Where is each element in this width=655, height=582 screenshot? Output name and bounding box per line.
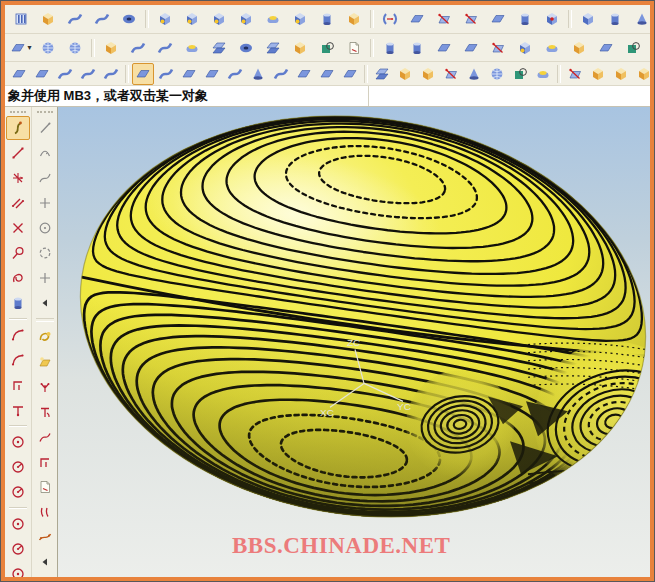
toolbar-drag-handle[interactable] bbox=[10, 111, 26, 113]
swept-icon[interactable] bbox=[179, 35, 205, 61]
text-curve-icon[interactable] bbox=[33, 350, 57, 374]
point-icon[interactable] bbox=[33, 191, 57, 215]
circle-center-icon[interactable] bbox=[33, 216, 57, 240]
match-edge-icon[interactable] bbox=[54, 63, 76, 85]
edit-sheet-icon[interactable] bbox=[341, 35, 367, 61]
pattern-feature-icon[interactable] bbox=[8, 6, 34, 32]
revolve-icon[interactable] bbox=[35, 6, 61, 32]
highlight-lines-icon[interactable] bbox=[155, 63, 177, 85]
draft-icon[interactable] bbox=[458, 6, 484, 32]
tangent-arc-icon[interactable] bbox=[6, 348, 30, 372]
collapse-left-icon[interactable] bbox=[33, 291, 57, 315]
grid-display-icon[interactable] bbox=[394, 63, 416, 85]
hole-icon[interactable] bbox=[152, 6, 178, 32]
split-body-icon[interactable] bbox=[404, 6, 430, 32]
distance-analysis-icon[interactable] bbox=[270, 63, 292, 85]
rapid-surface-icon[interactable] bbox=[31, 63, 53, 85]
slope-analysis-icon[interactable] bbox=[509, 63, 531, 85]
section-surface-icon[interactable] bbox=[206, 35, 232, 61]
collapse-left-icon-2[interactable] bbox=[33, 550, 57, 574]
radius-analysis-icon[interactable] bbox=[486, 63, 508, 85]
through-curves-icon[interactable] bbox=[125, 35, 151, 61]
area-analysis-icon[interactable] bbox=[532, 63, 554, 85]
snip-surface-icon[interactable] bbox=[100, 63, 122, 85]
smoothness-check-icon[interactable] bbox=[564, 63, 586, 85]
arc-point-icon[interactable] bbox=[33, 141, 57, 165]
toolbar-drag-handle[interactable] bbox=[37, 111, 53, 113]
full-circle-icon[interactable] bbox=[6, 562, 30, 581]
combine-curve-icon[interactable] bbox=[33, 450, 57, 474]
silhouette-flange-icon[interactable] bbox=[566, 35, 592, 61]
graphics-viewport[interactable]: ZC XC YC BBS.CHINADE.NET bbox=[58, 107, 650, 577]
circle-diameter-icon[interactable] bbox=[6, 480, 30, 504]
pocket-icon[interactable] bbox=[206, 6, 232, 32]
project-curve-icon[interactable] bbox=[33, 425, 57, 449]
ruled-surface-icon[interactable] bbox=[98, 35, 124, 61]
extract-geometry-icon[interactable]: ▾ bbox=[8, 35, 34, 61]
peak-point-icon[interactable] bbox=[463, 63, 485, 85]
sew-icon[interactable] bbox=[431, 35, 457, 61]
trim-curve-icon[interactable] bbox=[6, 398, 30, 422]
scale-body-icon[interactable] bbox=[539, 6, 565, 32]
shell-icon[interactable] bbox=[512, 6, 538, 32]
slot-icon[interactable] bbox=[287, 6, 313, 32]
offset-surface-icon[interactable] bbox=[377, 35, 403, 61]
surface-continuity-icon[interactable] bbox=[201, 63, 223, 85]
helix-icon[interactable] bbox=[33, 325, 57, 349]
n-sided-surface-icon[interactable] bbox=[233, 35, 259, 61]
studio-surface-icon[interactable] bbox=[260, 35, 286, 61]
groove-icon[interactable] bbox=[314, 6, 340, 32]
deviation-gauge-icon[interactable] bbox=[440, 63, 462, 85]
sketch-body-icon[interactable] bbox=[6, 291, 30, 315]
thicken-icon[interactable] bbox=[431, 6, 457, 32]
fitted-surface-icon[interactable] bbox=[8, 63, 30, 85]
variable-offset-icon[interactable] bbox=[404, 35, 430, 61]
sketch-point-icon[interactable] bbox=[6, 216, 30, 240]
surface-intersection-icon[interactable] bbox=[316, 63, 338, 85]
spline-icon[interactable] bbox=[33, 166, 57, 190]
drafting-sheet-icon[interactable] bbox=[33, 475, 57, 499]
section-analysis-icon[interactable] bbox=[371, 63, 393, 85]
profile-icon[interactable] bbox=[6, 116, 30, 140]
through-curve-mesh-icon[interactable] bbox=[152, 35, 178, 61]
trimmed-sheet-icon[interactable] bbox=[485, 35, 511, 61]
global-shaping-icon[interactable] bbox=[620, 35, 646, 61]
offset-sheet-icon[interactable] bbox=[593, 35, 619, 61]
offset-curve-icon[interactable] bbox=[33, 400, 57, 424]
circle-radius-line-icon[interactable] bbox=[6, 455, 30, 479]
concentric-circle-icon[interactable] bbox=[6, 512, 30, 536]
circle-dashed-icon[interactable] bbox=[33, 241, 57, 265]
curvature-graph-icon[interactable] bbox=[417, 63, 439, 85]
silhouette-curve-icon[interactable] bbox=[339, 63, 361, 85]
line-icon[interactable] bbox=[33, 116, 57, 140]
law-extension-icon[interactable] bbox=[539, 35, 565, 61]
boss-icon[interactable] bbox=[179, 6, 205, 32]
x-form-icon[interactable] bbox=[647, 35, 654, 61]
quick-trim-icon[interactable] bbox=[6, 166, 30, 190]
arc-icon[interactable] bbox=[6, 323, 30, 347]
emboss-icon[interactable] bbox=[260, 6, 286, 32]
circle-center-radius-icon[interactable] bbox=[6, 430, 30, 454]
cone-icon[interactable] bbox=[629, 6, 654, 32]
tube-icon[interactable] bbox=[116, 6, 142, 32]
face-curvature-icon[interactable] bbox=[178, 63, 200, 85]
local-radius-icon[interactable] bbox=[610, 63, 632, 85]
derived-circle-icon[interactable] bbox=[6, 537, 30, 561]
dropdown-arrow-icon[interactable]: ▾ bbox=[27, 44, 31, 52]
studio-spline-icon[interactable] bbox=[6, 266, 30, 290]
thread-icon[interactable] bbox=[341, 6, 367, 32]
reflect-stripe-icon[interactable] bbox=[293, 63, 315, 85]
gap-flushness-icon[interactable] bbox=[224, 63, 246, 85]
reflection-analysis-icon[interactable] bbox=[132, 63, 154, 85]
styled-sweep-icon[interactable] bbox=[89, 6, 115, 32]
parallel-line-icon[interactable] bbox=[6, 191, 30, 215]
unsew-icon[interactable] bbox=[458, 35, 484, 61]
extension-icon[interactable] bbox=[512, 35, 538, 61]
datum-plane-icon[interactable] bbox=[35, 35, 61, 61]
four-point-surface-icon[interactable] bbox=[62, 35, 88, 61]
style-corner-icon[interactable] bbox=[633, 63, 654, 85]
edge-symmetry-icon[interactable] bbox=[77, 63, 99, 85]
join-curve-icon[interactable] bbox=[33, 500, 57, 524]
sweep-along-guide-icon[interactable] bbox=[62, 6, 88, 32]
face-order-icon[interactable] bbox=[587, 63, 609, 85]
